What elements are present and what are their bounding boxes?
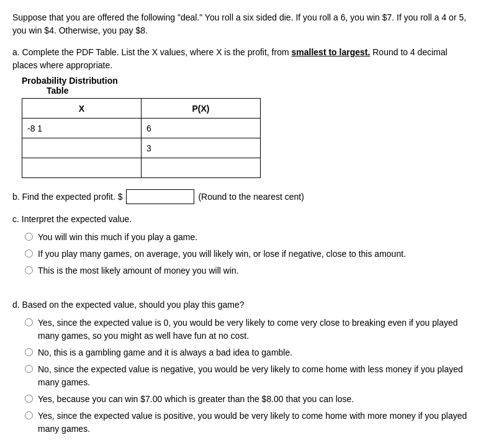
interpret-option-2: If you play many games, on average, you … bbox=[25, 248, 469, 261]
probability-table: X P(X) bbox=[22, 98, 261, 178]
cell-x-3 bbox=[22, 158, 142, 178]
interpret-label-1: You will win this much if you play a gam… bbox=[38, 231, 197, 244]
part-d-option-3: No, since the expected value is negative… bbox=[25, 363, 469, 389]
part-d-label: d. Based on the expected value, should y… bbox=[12, 298, 469, 311]
intro-text: Suppose that you are offered the followi… bbox=[12, 11, 469, 37]
part-a-text: a. Complete the PDF Table. List the X va… bbox=[12, 47, 292, 57]
part-d-radio-1[interactable] bbox=[25, 318, 33, 326]
input-px-1[interactable] bbox=[146, 123, 255, 133]
part-d-radio-3[interactable] bbox=[25, 365, 33, 373]
col-x-header: X bbox=[22, 99, 142, 119]
part-b-label: b. Find the expected profit. $ bbox=[12, 192, 122, 202]
part-a-label: a. Complete the PDF Table. List the X va… bbox=[12, 46, 469, 72]
interpret-label-2: If you play many games, on average, you … bbox=[38, 248, 406, 261]
part-d-label-5: Yes, since the expected value is positiv… bbox=[38, 410, 469, 436]
part-d-option-4: Yes, because you can win $7.00 which is … bbox=[25, 393, 469, 406]
interpret-option-3: This is the most likely amount of money … bbox=[25, 264, 469, 277]
part-d-options: Yes, since the expected value is 0, you … bbox=[25, 316, 469, 436]
table-subtitle: Table bbox=[47, 86, 469, 96]
part-b-suffix: (Round to the nearest cent) bbox=[198, 192, 303, 202]
cell-px-1 bbox=[142, 119, 261, 138]
part-d-option-5: Yes, since the expected value is positiv… bbox=[25, 410, 469, 436]
part-d-radio-5[interactable] bbox=[25, 411, 33, 419]
interpret-label-3: This is the most likely amount of money … bbox=[38, 264, 239, 277]
part-d-option-1: Yes, since the expected value is 0, you … bbox=[25, 316, 469, 343]
part-d-radio-4[interactable] bbox=[25, 395, 33, 403]
section-d: d. Based on the expected value, should y… bbox=[12, 298, 469, 436]
part-c-label: c. Interpret the expected value. bbox=[12, 213, 469, 226]
cell-x-2 bbox=[22, 138, 142, 158]
part-d-label-1: Yes, since the expected value is 0, you … bbox=[38, 316, 469, 343]
section-c: c. Interpret the expected value. You wil… bbox=[12, 213, 469, 277]
table-title: Probability Distribution bbox=[22, 76, 469, 86]
interpret-options: You will win this much if you play a gam… bbox=[25, 231, 469, 277]
table-row bbox=[22, 138, 261, 158]
part-a-highlight: smallest to largest. bbox=[292, 47, 371, 57]
section-a: a. Complete the PDF Table. List the X va… bbox=[12, 46, 469, 178]
interpret-option-1: You will win this much if you play a gam… bbox=[25, 231, 469, 244]
interpret-radio-3[interactable] bbox=[25, 266, 33, 274]
part-d-option-2: No, this is a gambling game and it is al… bbox=[25, 346, 469, 359]
input-px-2[interactable] bbox=[146, 143, 255, 153]
interpret-radio-1[interactable] bbox=[25, 233, 33, 241]
section-b: b. Find the expected profit. $ (Round to… bbox=[12, 189, 469, 204]
input-x-3[interactable] bbox=[27, 163, 136, 173]
input-x-1[interactable] bbox=[27, 123, 136, 133]
cell-px-3 bbox=[142, 158, 261, 178]
cell-x-1 bbox=[22, 119, 142, 138]
input-x-2[interactable] bbox=[27, 143, 136, 153]
input-px-3[interactable] bbox=[146, 163, 255, 173]
table-row bbox=[22, 158, 261, 178]
part-d-radio-2[interactable] bbox=[25, 348, 33, 356]
table-row bbox=[22, 119, 261, 138]
part-d-label-3: No, since the expected value is negative… bbox=[38, 363, 469, 389]
interpret-radio-2[interactable] bbox=[25, 249, 33, 258]
part-d-label-4: Yes, because you can win $7.00 which is … bbox=[38, 393, 354, 406]
part-d-label-2: No, this is a gambling game and it is al… bbox=[38, 346, 292, 359]
cell-px-2 bbox=[142, 138, 261, 158]
expected-profit-input[interactable] bbox=[126, 189, 194, 204]
col-px-header: P(X) bbox=[142, 99, 261, 119]
